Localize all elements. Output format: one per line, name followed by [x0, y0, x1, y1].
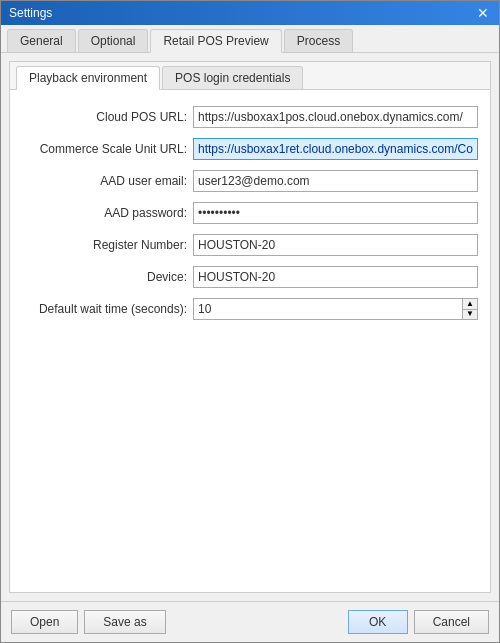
open-button[interactable]: Open — [11, 610, 78, 634]
wait-time-row: Default wait time (seconds): ▲ ▼ — [22, 298, 478, 320]
ok-button[interactable]: OK — [348, 610, 408, 634]
device-row: Device: — [22, 266, 478, 288]
aad-email-input[interactable] — [193, 170, 478, 192]
form-area: Cloud POS URL: Commerce Scale Unit URL: … — [10, 90, 490, 336]
spin-up-button[interactable]: ▲ — [463, 299, 477, 310]
commerce-scale-url-row: Commerce Scale Unit URL: — [22, 138, 478, 160]
commerce-scale-url-label: Commerce Scale Unit URL: — [22, 142, 187, 156]
device-input[interactable] — [193, 266, 478, 288]
tab-retail-pos-preview[interactable]: Retail POS Preview — [150, 29, 281, 53]
register-number-input[interactable] — [193, 234, 478, 256]
aad-password-row: AAD password: — [22, 202, 478, 224]
tab-playback-environment[interactable]: Playback environment — [16, 66, 160, 90]
spin-down-button[interactable]: ▼ — [463, 310, 477, 320]
cloud-pos-url-row: Cloud POS URL: — [22, 106, 478, 128]
commerce-scale-url-input[interactable] — [193, 138, 478, 160]
tab-optional[interactable]: Optional — [78, 29, 149, 52]
save-as-button[interactable]: Save as — [84, 610, 165, 634]
footer-left: Open Save as — [11, 610, 166, 634]
window-title: Settings — [9, 6, 52, 20]
title-bar: Settings ✕ — [1, 1, 499, 25]
aad-password-input[interactable] — [193, 202, 478, 224]
top-tab-bar: General Optional Retail POS Preview Proc… — [1, 25, 499, 53]
wait-time-input[interactable] — [193, 298, 462, 320]
wait-time-label: Default wait time (seconds): — [22, 302, 187, 316]
settings-window: Settings ✕ General Optional Retail POS P… — [0, 0, 500, 643]
tab-process[interactable]: Process — [284, 29, 353, 52]
cloud-pos-url-input[interactable] — [193, 106, 478, 128]
content-area: Playback environment POS login credentia… — [1, 53, 499, 601]
register-number-row: Register Number: — [22, 234, 478, 256]
footer: Open Save as OK Cancel — [1, 601, 499, 642]
aad-password-label: AAD password: — [22, 206, 187, 220]
tab-pos-login-credentials[interactable]: POS login credentials — [162, 66, 303, 89]
device-label: Device: — [22, 270, 187, 284]
close-button[interactable]: ✕ — [475, 6, 491, 20]
cancel-button[interactable]: Cancel — [414, 610, 489, 634]
footer-right: OK Cancel — [348, 610, 489, 634]
cloud-pos-url-label: Cloud POS URL: — [22, 110, 187, 124]
aad-email-row: AAD user email: — [22, 170, 478, 192]
register-number-label: Register Number: — [22, 238, 187, 252]
tab-general[interactable]: General — [7, 29, 76, 52]
inner-tab-bar: Playback environment POS login credentia… — [10, 62, 490, 90]
spin-buttons: ▲ ▼ — [462, 298, 478, 320]
aad-email-label: AAD user email: — [22, 174, 187, 188]
inner-panel: Playback environment POS login credentia… — [9, 61, 491, 593]
wait-time-spinner: ▲ ▼ — [193, 298, 478, 320]
